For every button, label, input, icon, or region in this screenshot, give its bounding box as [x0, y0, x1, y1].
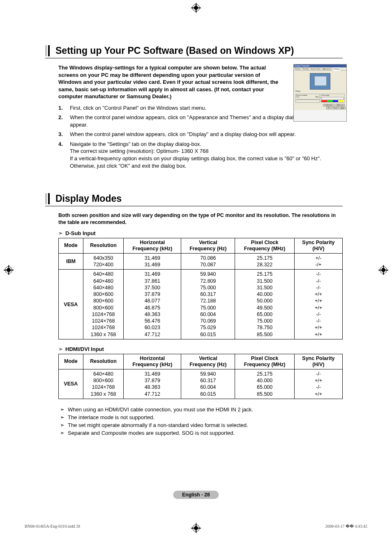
intro-text: The Windows display-settings for a typic… — [58, 64, 280, 100]
fig-tab: Desktop — [302, 67, 310, 70]
table-header: Mode — [59, 354, 83, 369]
heading-bars-icon — [45, 45, 50, 56]
data-cell: 59.94060.31760.00460.015 — [181, 369, 235, 399]
step-text: Navigate to the "Settings" tab on the di… — [70, 141, 330, 169]
table-header: Resolution — [83, 354, 124, 369]
table-header: Horizontal Frequency (kHz) — [124, 238, 181, 253]
heading-bars-icon — [45, 193, 50, 204]
data-cell: 640×480640×480640×480800×600800×600800×6… — [83, 270, 124, 339]
data-cell: 640×480800×6001024×7681360 x 768 — [83, 369, 124, 399]
imprint-file: BN68-01465A-Eng-0310.indd 28 — [25, 524, 80, 528]
table-header: Pixel Clock Frequency (MHz) — [235, 354, 294, 369]
note-text: Separate and Composite modes are support… — [68, 430, 235, 436]
page-content: Setting up Your PC Software (Based on Wi… — [45, 45, 343, 438]
fig-less: Less — [296, 96, 299, 98]
step-text: When the control panel window appears, c… — [70, 131, 330, 138]
sub-label-dsub: D-Sub Input — [58, 230, 343, 236]
note-text: The set might operate abnormally if a no… — [68, 422, 248, 428]
fig-tab: Appearance — [322, 67, 333, 70]
note-text: The interlace mode is not supported. — [68, 414, 154, 420]
section-body: The Windows display-settings for a typic… — [45, 64, 343, 169]
table-row: IBM640x350720×40031.46931.46970.08670.08… — [59, 253, 343, 270]
fig-tab: Screen Saver — [310, 67, 322, 70]
mode-cell: VESA — [59, 369, 83, 399]
table-row: VESA640×480640×480640×480800×600800×6008… — [59, 270, 343, 339]
imprint-footer: BN68-01465A-Eng-0310.indd 28 2008-03-17 … — [25, 524, 367, 528]
section-title: Setting up Your PC Software (Based on Wi… — [55, 45, 294, 56]
note-item: Separate and Composite modes are support… — [60, 430, 343, 436]
mode-cell: VESA — [59, 270, 83, 339]
data-cell: 31.46937.87948.36347.712 — [124, 369, 181, 399]
note-item: The interlace mode is not supported. — [60, 414, 343, 420]
data-cell: -/-+/+-/-+/+ — [294, 369, 342, 399]
table-header: Sync Polarity (H/V) — [294, 238, 342, 253]
fig-window-title: Display Properties — [294, 65, 346, 67]
data-cell: 31.46937.86137.50037.87948.07746.87548.3… — [124, 270, 181, 339]
fig-apply-button: Apply — [339, 107, 346, 109]
data-cell: 25.17540.00065.00085.500 — [235, 369, 294, 399]
note-item: The set might operate abnormally if a no… — [60, 422, 343, 428]
monitor-icon — [310, 73, 330, 90]
table-header: Vertical Frequency (Hz) — [181, 354, 235, 369]
data-cell: +/--/+ — [294, 253, 342, 270]
step-item: First, click on "Control Panel" on the W… — [58, 104, 330, 112]
data-cell: 59.94072.80975.00060.31772.18875.00060.0… — [181, 270, 235, 339]
table-header: Mode — [59, 238, 83, 253]
data-cell: 25.17528.322 — [235, 253, 294, 270]
step-item: When the control panel window appears, c… — [58, 131, 330, 138]
fig-display-label: Display: — [295, 90, 345, 92]
data-cell: -/--/--/-+/++/++/+-/--/-+/++/+ — [294, 270, 342, 339]
dsub-table: ModeResolutionHorizontal Frequency (kHz)… — [58, 238, 343, 339]
table-header: Pixel Clock Frequency (MHz) — [235, 238, 294, 253]
registration-mark-icon — [192, 4, 200, 12]
step-item: When the control panel window appears, c… — [58, 114, 330, 128]
fig-advanced-button: Advanced — [336, 104, 345, 106]
section-heading: Display Modes — [45, 193, 343, 206]
fig-quality-label: Color quality — [321, 95, 344, 96]
step-item: Navigate to the "Settings" tab on the di… — [58, 141, 330, 169]
step-text: First, click on "Control Panel" on the W… — [70, 104, 330, 112]
hdmi-table: ModeResolutionHorizontal Frequency (kHz)… — [58, 354, 343, 399]
notes-list: When using an HDMI/DVI cable connection,… — [58, 406, 343, 436]
section-heading: Setting up Your PC Software (Based on Wi… — [45, 45, 343, 58]
table-header: Sync Polarity (H/V) — [294, 354, 342, 369]
mode-cell: IBM — [59, 253, 83, 270]
fig-more: More — [316, 96, 319, 98]
page-number-badge: English - 28 — [173, 491, 219, 499]
registration-mark-icon — [380, 266, 387, 274]
fig-troubleshoot-button: Troubleshoot... — [323, 104, 335, 106]
data-cell: 25.17531.50031.50040.00050.00049.50065.0… — [235, 270, 294, 339]
section-title: Display Modes — [55, 193, 122, 204]
fig-tab: Themes — [294, 67, 302, 70]
table-header: Horizontal Frequency (kHz) — [124, 354, 181, 369]
imprint-date: 2008-03-17 �� 4:43:42 — [325, 524, 367, 528]
fig-ok-button: OK — [326, 107, 331, 109]
table-row: VESA640×480800×6001024×7681360 x 76831.4… — [59, 369, 343, 399]
steps-list: First, click on "Control Panel" on the W… — [58, 104, 330, 169]
section-body: Both screen position and size will vary … — [45, 212, 343, 436]
registration-mark-icon — [5, 266, 12, 274]
intro-text: Both screen position and size will vary … — [58, 212, 343, 226]
table-header: Vertical Frequency (Hz) — [181, 238, 235, 253]
fig-tab-active: Settings — [333, 67, 341, 71]
fig-cancel-button: Cancel — [332, 107, 339, 109]
sub-label-hdmi: HDMI/DVI Input — [58, 346, 343, 352]
display-properties-figure: Display Properties Themes Desktop Screen… — [293, 64, 347, 122]
step-text: When the control panel window appears, c… — [70, 114, 330, 128]
data-cell: 70.08670.087 — [181, 253, 235, 270]
data-cell: 640x350720×400 — [83, 253, 124, 270]
table-header: Resolution — [83, 238, 124, 253]
fig-tabs: Themes Desktop Screen Saver Appearance S… — [294, 67, 346, 71]
data-cell: 31.46931.469 — [124, 253, 181, 270]
note-item: When using an HDMI/DVI cable connection,… — [60, 406, 343, 413]
note-text: When using an HDMI/DVI cable connection,… — [68, 406, 253, 413]
